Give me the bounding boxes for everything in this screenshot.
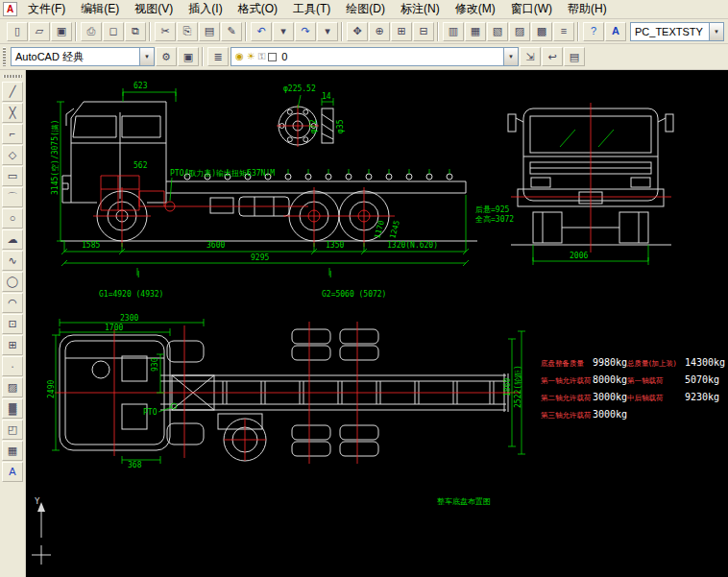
copy-button[interactable]: ⎘ (177, 22, 198, 41)
designcenter-button[interactable]: ▦ (465, 22, 486, 41)
revision-cloud-button[interactable]: ☁ (2, 229, 23, 250)
svg-text:2300: 2300 (120, 314, 138, 323)
match-properties-button[interactable]: ✎ (221, 22, 242, 41)
properties-button[interactable]: ▥ (443, 22, 464, 41)
drawing-canvas[interactable]: Y 6233145(空)/3075(满)562PTO(取力器)输出扭矩637N.… (26, 70, 728, 577)
layer-states-manager-button[interactable]: ▤ (564, 47, 585, 66)
qnew-button[interactable]: ▯ (7, 22, 28, 41)
menu-tools[interactable]: 工具(T) (285, 0, 338, 18)
redo-list-button[interactable]: ▾ (317, 22, 338, 41)
workspace-settings-button[interactable]: ⚙ (156, 47, 177, 66)
standard-toolbar-buttons: ▯▱▣⎙◻⧉✂⎘▤✎↶▾↷▾✥⊕⊞⊟▥▦▧▨▩≡? (6, 22, 604, 41)
rectangle-button[interactable]: ▭ (2, 166, 23, 186)
plot-preview-button[interactable]: ◻ (103, 22, 124, 41)
text-style-combo[interactable]: PC_TEXTSTY ▼ (630, 22, 724, 41)
cut-button[interactable]: ✂ (155, 22, 176, 41)
make-object-layer-current-button[interactable]: ⇲ (520, 47, 541, 66)
polyline-button[interactable]: ⌐ (2, 124, 23, 144)
svg-text:3000kg: 3000kg (593, 392, 627, 402)
menu-help[interactable]: 帮助(H) (560, 0, 615, 18)
menu-format[interactable]: 格式(O) (231, 0, 285, 18)
menubar-items: 文件(F)编辑(E)视图(V)插入(I)格式(O)工具(T)绘图(D)标注(N)… (20, 0, 615, 18)
menu-insert[interactable]: 插入(I) (181, 0, 230, 18)
main-area: ╱╳⌐◇▭⌒○☁∿◯◠⊡⊞∙▨▓◰▦A (0, 70, 728, 577)
workspace-combo[interactable]: AutoCAD 经典 ▼ (11, 47, 155, 66)
markup-set-manager-button[interactable]: ▩ (531, 22, 552, 41)
chevron-down-icon[interactable]: ▼ (709, 23, 723, 40)
open-button[interactable]: ▱ (29, 22, 50, 41)
svg-text:Ⅰ: Ⅰ (137, 271, 139, 279)
help-button[interactable]: ? (583, 22, 604, 41)
plot-button[interactable]: ⎙ (81, 22, 102, 41)
svg-text:第二轴允许载荷: 第二轴允许载荷 (541, 394, 592, 402)
polygon-button[interactable]: ◇ (2, 145, 23, 165)
zoom-realtime-button[interactable]: ⊕ (369, 22, 390, 41)
layer-properties-manager-button[interactable]: ≣ (207, 47, 229, 66)
layer-freeze-icon[interactable]: ☀ (247, 52, 255, 61)
undo-list-button[interactable]: ▾ (273, 22, 294, 41)
quickcalc-button[interactable]: ≡ (553, 22, 574, 41)
make-block-button[interactable]: ⊞ (2, 335, 23, 355)
point-button[interactable]: ∙ (2, 356, 23, 376)
toolbar-separator (149, 22, 151, 41)
insert-block-button[interactable]: ⊡ (2, 314, 23, 334)
ellipse-arc-button[interactable]: ◠ (2, 293, 23, 313)
layer-combo-icons: ◉☀⚿ (235, 52, 277, 61)
gradient-button[interactable]: ▓ (2, 398, 23, 419)
svg-text:G2=5060 (5072): G2=5060 (5072) (322, 290, 386, 299)
svg-text:底盘整备质量: 底盘整备质量 (541, 359, 585, 368)
line-button[interactable]: ╱ (2, 82, 23, 102)
svg-text:PTO(取力器)输出扭矩637N.M: PTO(取力器)输出扭矩637N.M (170, 169, 275, 178)
table-button[interactable]: ▦ (2, 441, 23, 461)
menu-edit[interactable]: 编辑(E) (73, 0, 127, 18)
svg-text:9230kg: 9230kg (685, 392, 719, 402)
svg-text:14: 14 (322, 92, 331, 101)
menu-draw[interactable]: 绘图(D) (338, 0, 393, 18)
ellipse-button[interactable]: ◯ (2, 272, 23, 292)
workspace-save-button[interactable]: ▣ (178, 47, 199, 66)
construction-line-button[interactable]: ╳ (2, 103, 23, 123)
save-button[interactable]: ▣ (51, 22, 72, 41)
svg-text:8000kg: 8000kg (593, 374, 627, 385)
undo-button[interactable]: ↶ (251, 22, 272, 41)
svg-text:14300kg: 14300kg (685, 357, 725, 368)
pan-button[interactable]: ✥ (347, 22, 368, 41)
standard-toolbar: ▯▱▣⎙◻⧉✂⎘▤✎↶▾↷▾✥⊕⊞⊟▥▦▧▨▩≡? A PC_TEXTSTY ▼ (0, 19, 728, 44)
menu-dimension[interactable]: 标注(N) (393, 0, 448, 18)
draw-toolbar: ╱╳⌐◇▭⌒○☁∿◯◠⊡⊞∙▨▓◰▦A (0, 70, 26, 577)
hatch-button[interactable]: ▨ (2, 377, 23, 397)
chevron-down-icon[interactable]: ▼ (139, 48, 154, 65)
layer-color-swatch[interactable] (268, 53, 277, 61)
arc-button[interactable]: ⌒ (2, 187, 23, 207)
text-style-manager-button[interactable]: A (605, 22, 626, 41)
layer-combo[interactable]: ◉☀⚿ 0 ▼ (231, 47, 519, 66)
menu-window[interactable]: 窗口(W) (503, 0, 560, 18)
menu-file[interactable]: 文件(F) (20, 0, 73, 18)
zoom-previous-button[interactable]: ⊟ (413, 22, 434, 41)
sheet-set-manager-button[interactable]: ▨ (509, 22, 530, 41)
paste-button[interactable]: ▤ (199, 22, 220, 41)
svg-text:中后轴载荷: 中后轴载荷 (627, 394, 664, 402)
svg-text:1860: 1860 (503, 378, 512, 397)
region-button[interactable]: ◰ (2, 420, 23, 440)
toolbar-grip[interactable] (3, 75, 22, 78)
toolbar-grip[interactable] (3, 47, 6, 66)
multiline-text-button[interactable]: A (2, 462, 23, 482)
chevron-down-icon[interactable]: ▼ (503, 48, 518, 65)
svg-text:第一轴载荷: 第一轴载荷 (627, 376, 664, 385)
tool-palettes-button[interactable]: ▧ (487, 22, 508, 41)
svg-text:后悬=925: 后悬=925 (475, 205, 509, 214)
redo-button[interactable]: ↷ (295, 22, 316, 41)
canvas-area[interactable]: Y 6233145(空)/3075(满)562PTO(取力器)输出扭矩637N.… (26, 70, 728, 577)
zoom-window-button[interactable]: ⊞ (391, 22, 412, 41)
svg-text:5070kg: 5070kg (685, 374, 719, 385)
text-style-cluster: A PC_TEXTSTY ▼ (604, 22, 726, 41)
menu-modify[interactable]: 修改(M) (448, 0, 503, 18)
layer-on-icon[interactable]: ◉ (235, 52, 244, 61)
layer-lock-icon[interactable]: ⚿ (258, 52, 266, 61)
layer-previous-button[interactable]: ↩ (542, 47, 563, 66)
circle-button[interactable]: ○ (2, 208, 23, 228)
menu-view[interactable]: 视图(V) (127, 0, 181, 18)
spline-button[interactable]: ∿ (2, 251, 23, 271)
publish-button[interactable]: ⧉ (125, 22, 146, 41)
